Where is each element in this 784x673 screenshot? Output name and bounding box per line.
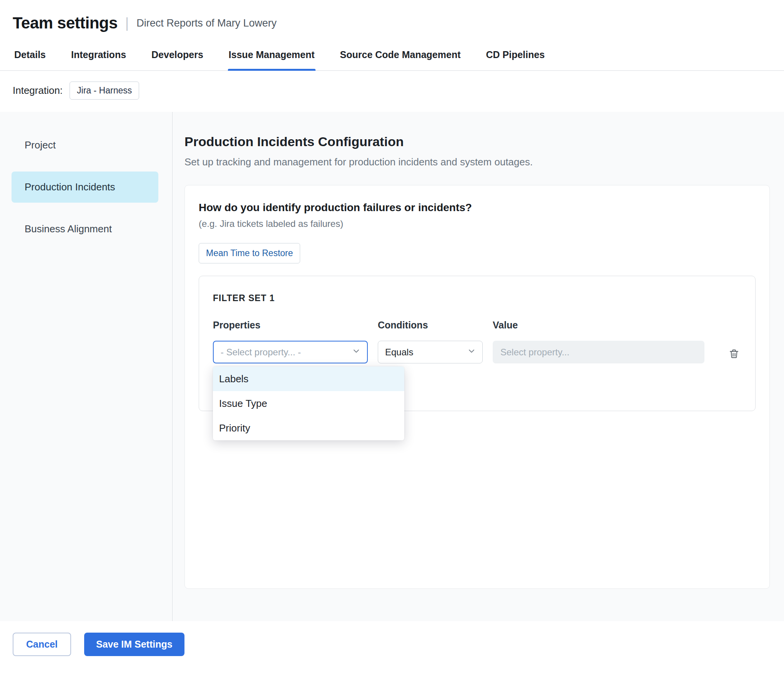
- section-title: Production Incidents Configuration: [184, 134, 770, 149]
- dropdown-option-issue-type[interactable]: Issue Type: [213, 391, 404, 416]
- tab-source-code-management[interactable]: Source Code Management: [339, 41, 462, 70]
- properties-column: Properties - Select property... - Label: [213, 320, 368, 363]
- sidebar-item-business-alignment[interactable]: Business Alignment: [12, 213, 158, 245]
- value-input[interactable]: [493, 341, 704, 363]
- properties-column-label: Properties: [213, 320, 368, 331]
- team-settings-page: Team settings | Direct Reports of Mary L…: [0, 0, 784, 673]
- conditions-column: Conditions Equals: [378, 320, 483, 363]
- tab-bar: Details Integrations Developers Issue Ma…: [0, 41, 784, 71]
- sidebar-item-project[interactable]: Project: [12, 130, 158, 161]
- property-select-placeholder: - Select property... -: [221, 347, 301, 358]
- filter-set-box: FILTER SET 1 Properties - Select propert…: [199, 276, 756, 411]
- filter-row: Properties - Select property... - Label: [213, 320, 741, 363]
- page-subtitle: Direct Reports of Mary Lowery: [136, 17, 277, 29]
- delete-filter-button[interactable]: [727, 346, 741, 361]
- tab-issue-management[interactable]: Issue Management: [228, 41, 316, 70]
- dropdown-option-labels[interactable]: Labels: [213, 366, 404, 391]
- property-select[interactable]: - Select property... -: [213, 341, 368, 363]
- integration-row: Integration: Jira - Harness: [0, 71, 784, 112]
- tab-developers[interactable]: Developers: [151, 41, 204, 70]
- condition-select[interactable]: Equals: [378, 341, 483, 363]
- sidebar: Project Production Incidents Business Al…: [0, 112, 173, 621]
- title-separator: |: [125, 15, 129, 31]
- property-select-wrap: - Select property... - Labels Issue Type…: [213, 341, 368, 363]
- tab-details[interactable]: Details: [13, 41, 47, 70]
- header: Team settings | Direct Reports of Mary L…: [0, 0, 784, 41]
- main-panel: Production Incidents Configuration Set u…: [173, 112, 784, 621]
- mean-time-to-restore-chip[interactable]: Mean Time to Restore: [199, 243, 300, 263]
- filter-set-title: FILTER SET 1: [213, 293, 741, 303]
- integration-label: Integration:: [13, 85, 63, 97]
- question-hint: (e.g. Jira tickets labeled as failures): [199, 218, 756, 229]
- footer: Cancel Save IM Settings: [0, 621, 784, 673]
- value-column-label: Value: [493, 320, 704, 331]
- section-subtitle: Set up tracking and management for produ…: [184, 156, 770, 168]
- question-title: How do you identify production failures …: [199, 202, 756, 214]
- property-dropdown: Labels Issue Type Priority: [213, 366, 404, 440]
- tab-integrations[interactable]: Integrations: [70, 41, 127, 70]
- cancel-button[interactable]: Cancel: [13, 633, 71, 656]
- value-column: Value: [493, 320, 704, 363]
- incidents-card: How do you identify production failures …: [184, 185, 770, 589]
- page-title: Team settings: [13, 14, 118, 32]
- chevron-down-icon: [352, 346, 361, 358]
- chevron-down-icon: [467, 346, 476, 358]
- integration-chip[interactable]: Jira - Harness: [70, 82, 139, 100]
- trash-icon: [728, 355, 740, 361]
- content-area: Project Production Incidents Business Al…: [0, 112, 784, 621]
- sidebar-item-production-incidents[interactable]: Production Incidents: [12, 172, 158, 203]
- dropdown-option-priority[interactable]: Priority: [213, 416, 404, 440]
- conditions-column-label: Conditions: [378, 320, 483, 331]
- save-im-settings-button[interactable]: Save IM Settings: [84, 633, 184, 656]
- tab-cd-pipelines[interactable]: CD Pipelines: [485, 41, 546, 70]
- condition-select-value: Equals: [385, 347, 413, 358]
